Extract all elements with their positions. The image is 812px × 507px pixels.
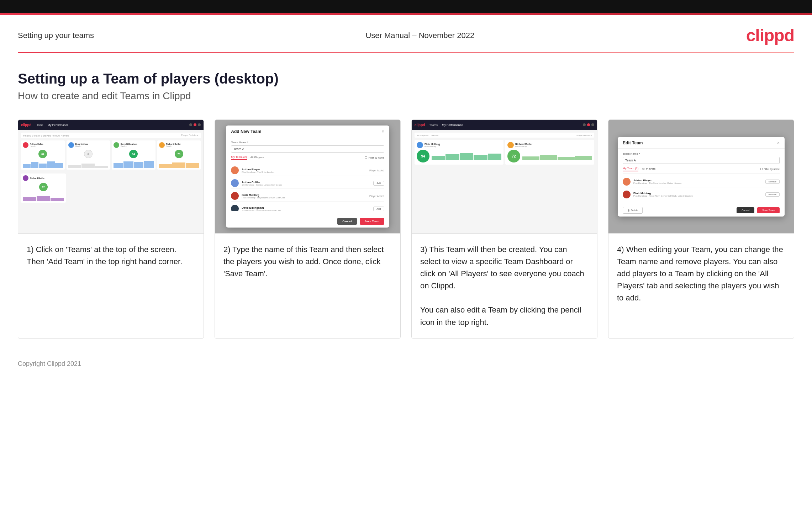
bar — [445, 154, 459, 160]
mock-team-card-info-2: Richard Butler Plus Handicap — [515, 143, 592, 148]
mock-nav2-dot-2 — [587, 123, 590, 126]
modal-edit-tab-myteam[interactable]: My Team (2) — [623, 167, 638, 171]
mock-chart-1 — [23, 161, 63, 168]
bar — [31, 162, 39, 168]
modal-remove-btn-1[interactable]: Remove — [765, 180, 780, 184]
step-4-text: 4) When editing your Team, you can chang… — [608, 234, 794, 338]
mock-player-header-3: Dave Billingham Handi... — [114, 142, 154, 148]
mock-score-5: 72 — [39, 183, 48, 191]
modal-avatar-3 — [231, 192, 239, 200]
modal-edit: Edit Team × Team Name * My Team (2) All … — [618, 137, 785, 217]
modal-player-info-3: Blair McHarg Plus Handicap · Royal North… — [242, 193, 369, 199]
mock-nav2-dot-3 — [591, 123, 594, 126]
modal-player-row-1: Adrian Player Plus Handicap · The Shire … — [231, 165, 384, 176]
bar — [558, 157, 575, 160]
page-title: Setting up a Team of players (desktop) — [18, 71, 794, 87]
modal-edit-avatar-1 — [623, 178, 631, 186]
modal-edit-save-button[interactable]: Save Team — [757, 207, 780, 213]
mock-filter-text: Finding 5 out of 5 players from All Play… — [23, 134, 69, 137]
modal-tab-allplayers[interactable]: All Players — [251, 156, 264, 160]
modal-edit-avatar-2 — [623, 191, 631, 198]
mock-team-chart-2 — [522, 152, 592, 160]
bar — [47, 161, 55, 168]
mock-team-filter-right: Player Details ✎ — [576, 134, 592, 137]
mock-avatar-4 — [159, 142, 165, 148]
modal-edit-player-info-2: Blair McHarg Plus Handicap · Royal North… — [633, 192, 765, 197]
bar — [123, 161, 133, 168]
modal-add-title: Add New Team — [231, 129, 261, 134]
header: Setting up your teams User Manual – Nove… — [0, 15, 812, 52]
mock-chart-4 — [159, 161, 199, 168]
bar — [37, 196, 50, 201]
modal-add: Add New Team × Team Name * My Team (2) A… — [226, 126, 389, 228]
modal-cancel-button[interactable]: Cancel — [337, 218, 357, 225]
modal-add-close[interactable]: × — [382, 129, 384, 134]
modal-player-row-3: Blair McHarg Plus Handicap · Royal North… — [231, 191, 384, 202]
mock-filter-bar-1: Finding 5 out of 5 players from All Play… — [21, 133, 201, 138]
mock-avatar-3 — [114, 142, 119, 148]
mock-score-2: 0 — [84, 150, 93, 158]
modal-add-team-name-input[interactable] — [231, 145, 384, 153]
modal-edit-header: Edit Team × — [618, 137, 785, 149]
mock-player-header-2: Blair McHarg Handi... — [68, 142, 109, 148]
modal-edit-cancel-button[interactable]: Cancel — [737, 207, 754, 213]
modal-edit-player-list: Adrian Player Plus Handicap · The Shire … — [623, 176, 780, 200]
modal-edit-bg: Edit Team × Team Name * My Team (2) All … — [608, 120, 794, 233]
mock-player-card-2: Blair McHarg Handi... 0 — [67, 140, 110, 170]
bar — [460, 153, 473, 160]
mock-avatar-5 — [23, 175, 28, 181]
modal-save-team-button[interactable]: Save Team — [360, 218, 384, 225]
step-1-text: 1) Click on 'Teams' at the top of the sc… — [18, 234, 204, 338]
modal-player-info-4: Dave Billingham 1.5 Handicap · The Org M… — [242, 206, 373, 212]
modal-edit-tabs: My Team (2) All Players Filter by name — [623, 167, 780, 174]
modal-edit-footer: 🗑 Delete Cancel Save Team — [618, 204, 785, 217]
modal-edit-team-name-input[interactable] — [623, 157, 780, 164]
mock-player-info-1: Adrian Colba Handi... — [30, 143, 43, 147]
modal-edit-field-label: Team Name * — [623, 152, 780, 155]
mock-player-card-1: Adrian Colba Handi... 84 — [21, 140, 65, 170]
mock-player-info-4: Richard Butler Handi... — [166, 143, 181, 147]
mock-player-card-5: Richard Butler 72 — [21, 174, 66, 203]
footer: Copyright Clippd 2021 — [0, 353, 812, 375]
mock-big-score-1: 94 — [417, 150, 429, 162]
modal-avatar-4 — [231, 205, 239, 211]
mock-team-card-2: Richard Butler Plus Handicap 72 — [505, 140, 594, 165]
step-3-text: 3) This Team will then be created. You c… — [412, 234, 597, 338]
mock-team-avatar-1 — [417, 142, 423, 148]
mock-player-header-4: Richard Butler Handi... — [159, 142, 199, 148]
mock-score-3: 94 — [129, 150, 138, 158]
modal-filter-checkbox[interactable] — [365, 156, 367, 159]
modal-add-player-btn-2[interactable]: Add — [373, 181, 384, 186]
mock-player-card-3: Dave Billingham Handi... 94 — [112, 140, 155, 170]
header-center-text: User Manual – November 2022 — [365, 31, 474, 40]
modal-edit-close[interactable]: × — [777, 140, 780, 145]
mock-nav-controls — [189, 123, 201, 126]
mock-content-1: Finding 5 out of 5 players from All Play… — [18, 130, 204, 233]
step-2-card: Add New Team × Team Name * My Team (2) A… — [215, 119, 401, 339]
modal-edit-filter-checkbox[interactable] — [760, 168, 763, 170]
mock-chart-5 — [23, 194, 64, 201]
mock-team-filter: All Players ▾ Teams ▾ Player Details ✎ — [415, 133, 594, 138]
modal-add-player-btn-4[interactable]: Add — [373, 207, 384, 211]
modal-player-status-3: Player Added — [369, 195, 384, 197]
mock-bar-chart-2 — [522, 153, 592, 160]
bar — [144, 161, 153, 168]
modal-remove-btn-2[interactable]: Remove — [765, 192, 780, 197]
bar — [540, 155, 557, 160]
modal-edit-body: Team Name * My Team (2) All Players Filt… — [618, 149, 785, 204]
step-3-text-1: 3) This Team will then be created. You c… — [420, 245, 584, 290]
mock-team-card-1: Blair McHarg Plus Handicap 94 — [415, 140, 503, 165]
bar — [81, 164, 95, 168]
modal-edit-filter-check: Filter by name — [760, 168, 780, 170]
mock-team-grid: Blair McHarg Plus Handicap 94 — [415, 140, 594, 165]
mock-team-content: All Players ▾ Teams ▾ Player Details ✎ B… — [412, 130, 597, 233]
modal-tab-myteam[interactable]: My Team (2) — [231, 155, 247, 160]
modal-edit-tab-allplayers[interactable]: All Players — [642, 167, 655, 171]
step-3-card: clippd Teams My Performance All Players … — [411, 119, 597, 339]
modal-add-footer: Cancel Save Team — [226, 215, 389, 228]
mock-avatar-1 — [23, 142, 28, 148]
mock-nav-dot-1 — [189, 123, 192, 126]
mock-nav-2: clippd Teams My Performance — [412, 120, 597, 130]
modal-delete-button[interactable]: 🗑 Delete — [623, 207, 643, 214]
mock-dashboard-2: clippd Teams My Performance All Players … — [412, 120, 597, 233]
